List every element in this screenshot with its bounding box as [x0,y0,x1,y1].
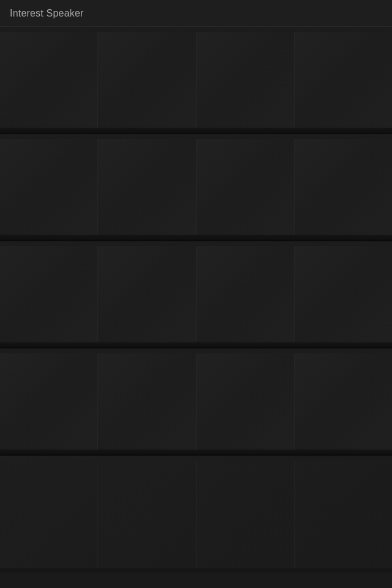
book-slot-5-1[interactable] [0,461,98,568]
book-slot-1-2[interactable] [98,32,196,128]
book-slot-2-4[interactable] [295,139,392,235]
book-slot-2-3[interactable] [197,139,295,235]
shelf-surface-4 [0,450,392,454]
shelf-grid-3 [0,241,392,342]
shelf-row-5 [0,456,392,573]
app-title: Interest Speaker [10,8,84,19]
shelf-row-2 [0,134,392,241]
shelf-grid-5 [0,456,392,568]
shelf-grid-2 [0,134,392,235]
shelf-row-1 [0,27,392,134]
book-slot-5-3[interactable] [197,461,295,568]
shelf-grid-4 [0,349,392,450]
book-slot-3-3[interactable] [197,246,295,342]
book-slot-1-4[interactable] [295,32,392,128]
app-header: Interest Speaker [0,0,392,27]
book-slot-4-1[interactable] [0,353,98,450]
shelf-grid-1 [0,27,392,128]
shelf-surface-2 [0,235,392,240]
book-slot-2-1[interactable] [0,139,98,235]
book-slot-1-3[interactable] [197,32,295,128]
book-slot-4-2[interactable] [98,353,196,450]
book-slot-1-1[interactable] [0,32,98,128]
book-slot-3-2[interactable] [98,246,196,342]
book-slot-3-1[interactable] [0,246,98,342]
book-slot-5-2[interactable] [98,461,196,568]
shelf-surface-3 [0,342,392,347]
book-slot-4-3[interactable] [197,353,295,450]
book-slot-3-4[interactable] [295,246,392,342]
book-slot-2-2[interactable] [98,139,196,235]
book-slot-4-4[interactable] [295,353,392,450]
shelf-surface-1 [0,128,392,133]
book-slot-5-4[interactable] [295,461,392,568]
shelf-row-4 [0,349,392,456]
shelf-row-3 [0,241,392,349]
